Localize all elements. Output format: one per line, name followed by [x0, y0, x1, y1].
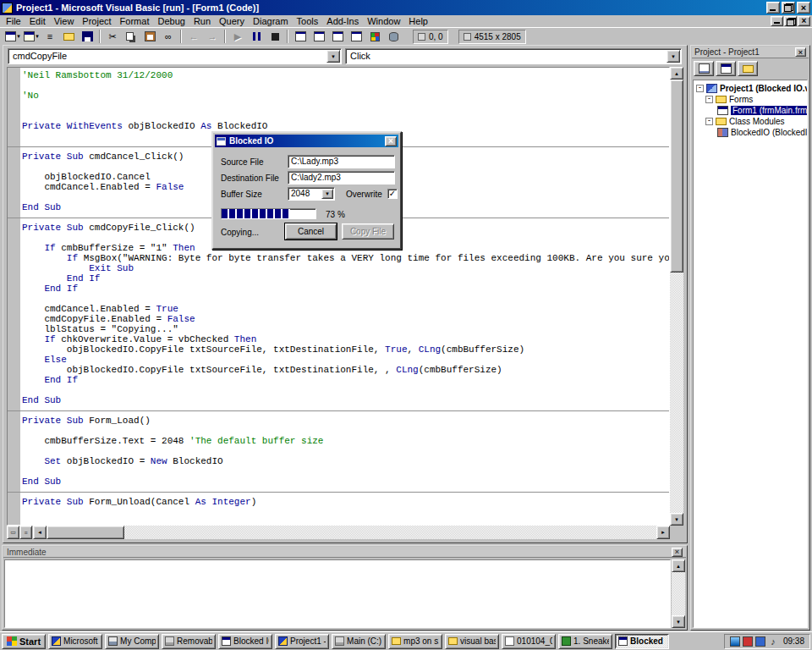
menu-run[interactable]: Run	[189, 15, 215, 27]
full-module-view-button[interactable]: ≡	[19, 526, 32, 539]
taskbar-button-label: Blocked IO ...	[233, 636, 269, 646]
immediate-close-button[interactable]: ×	[672, 548, 683, 557]
open-project-button[interactable]	[59, 28, 78, 45]
code-horizontal-scrollbar[interactable]: ◄ ►	[33, 526, 670, 539]
undo-button[interactable]: ←	[184, 28, 203, 45]
copy-button[interactable]	[122, 28, 140, 45]
cancel-button[interactable]: Cancel	[285, 223, 337, 240]
add-form-button[interactable]: ▾	[22, 28, 41, 45]
menu-tools[interactable]: Tools	[293, 15, 323, 27]
add-project-button[interactable]: ▾	[3, 28, 22, 45]
window-titlebar[interactable]: Project1 - Microsoft Visual Basic [run] …	[0, 0, 812, 15]
immediate-content[interactable]	[4, 559, 671, 628]
properties-window-button[interactable]	[310, 28, 328, 45]
chevron-down-icon[interactable]: ▼	[326, 50, 340, 63]
buffer-size-dropdown[interactable]: 2048 ▼	[288, 187, 335, 201]
source-file-input[interactable]: C:\Lady.mp3	[288, 155, 395, 168]
code-vertical-scrollbar[interactable]: ▲ ▼	[670, 67, 683, 526]
taskbar-button-010104-07[interactable]: 010104_07...	[502, 634, 556, 649]
project-explorer-close-button[interactable]: ×	[795, 47, 806, 57]
end-button[interactable]	[266, 28, 284, 45]
collapse-icon[interactable]: -	[705, 118, 713, 125]
destination-file-input[interactable]: C:\lady2.mp3	[288, 171, 395, 185]
menu-help[interactable]: Help	[404, 15, 432, 27]
immediate-titlebar[interactable]: Immediate ×	[3, 547, 686, 558]
collapse-icon[interactable]: -	[705, 96, 713, 103]
cut-button[interactable]: ✂	[103, 28, 122, 45]
view-object-button[interactable]	[716, 61, 736, 76]
scroll-down-icon[interactable]: ▼	[670, 513, 683, 526]
view-code-button[interactable]	[694, 61, 714, 76]
taskbar-button-main-c[interactable]: Main (C:)	[332, 634, 386, 649]
project-explorer-titlebar[interactable]: Project - Project1 ×	[692, 47, 809, 58]
overwrite-checkbox[interactable]: ✓	[387, 189, 398, 199]
scroll-down-icon[interactable]: ▼	[672, 615, 685, 628]
redo-button[interactable]: →	[203, 28, 222, 45]
menu-diagram[interactable]: Diagram	[249, 15, 293, 27]
scroll-right-icon[interactable]: ►	[656, 526, 670, 539]
taskbar-button-removable[interactable]: Removable ...	[162, 634, 216, 649]
form-layout-button[interactable]	[328, 28, 347, 45]
view-object-icon	[721, 63, 732, 74]
scroll-left-icon[interactable]: ◄	[33, 526, 47, 539]
procedure-dropdown[interactable]: Click ▼	[345, 48, 682, 64]
start-button[interactable]: ▶	[228, 28, 247, 45]
tree-item-project[interactable]: - Project1 (Blocked IO.vbp)	[694, 83, 807, 94]
tree-item-class-modules-folder[interactable]: - Class Modules	[694, 116, 807, 127]
menu-edit[interactable]: Edit	[25, 15, 50, 27]
save-project-button[interactable]	[78, 28, 96, 45]
dialog-close-button[interactable]: ×	[385, 136, 397, 146]
taskbar-button-blocked-io[interactable]: Blocked IO ...	[218, 634, 272, 649]
tree-item-blockedio[interactable]: BlockedIO (BlockedIO.c	[694, 127, 807, 138]
data-view-button[interactable]	[384, 28, 403, 45]
toggle-folders-button[interactable]	[738, 61, 758, 76]
restore-button[interactable]	[782, 2, 795, 14]
copy-file-button[interactable]: Copy File	[342, 223, 394, 240]
vertical-scroll-thumb[interactable]	[670, 80, 683, 273]
taskbar-button-project1[interactable]: Project1 - ...	[275, 634, 329, 649]
menu-format[interactable]: Format	[116, 15, 154, 27]
tree-item-form1[interactable]: Form1 (frmMain.frm)	[694, 105, 807, 116]
tree-item-forms-folder[interactable]: - Forms	[694, 94, 807, 105]
menu-debug[interactable]: Debug	[153, 15, 189, 27]
volume-icon[interactable]: ♪	[768, 636, 778, 647]
menu-editor-button[interactable]: ≡	[41, 28, 59, 45]
taskbar-button-my-computer[interactable]: My Computer	[105, 634, 159, 649]
menu-addins[interactable]: Add-Ins	[322, 15, 363, 27]
project-explorer-button[interactable]	[291, 28, 310, 45]
object-dropdown[interactable]: cmdCopyFile ▼	[8, 48, 342, 64]
menu-view[interactable]: View	[50, 15, 79, 27]
taskbar-button-visual-basic[interactable]: visual basic...	[445, 634, 499, 649]
object-browser-button[interactable]	[347, 28, 365, 45]
menu-file[interactable]: File	[2, 15, 25, 27]
scroll-up-icon[interactable]: ▲	[670, 67, 683, 80]
taskbar-button-blocked-io[interactable]: Blocked IO	[615, 634, 669, 649]
menu-window[interactable]: Window	[363, 15, 404, 27]
horizontal-scroll-thumb[interactable]	[47, 526, 124, 539]
mdi-minimize-button[interactable]	[771, 16, 783, 26]
break-button[interactable]	[247, 28, 266, 45]
menu-project[interactable]: Project	[78, 15, 115, 27]
collapse-icon[interactable]: -	[696, 85, 704, 92]
network-icon[interactable]	[755, 636, 765, 647]
minimize-button[interactable]	[766, 2, 780, 14]
immediate-scrollbar[interactable]: ▲ ▼	[672, 559, 685, 628]
procedure-view-button[interactable]: ▭	[7, 526, 19, 539]
taskbar-button-mp3-on-s1[interactable]: mp3 on s1	[388, 634, 442, 649]
schedule-icon[interactable]	[743, 636, 753, 647]
start-button[interactable]: Start	[2, 634, 46, 649]
paste-button[interactable]	[140, 28, 159, 45]
find-button[interactable]: ∞	[159, 28, 178, 45]
toolbox-button[interactable]	[365, 28, 384, 45]
taskbar-button-microsoft-vi[interactable]: Microsoft Vi...	[48, 634, 102, 649]
mdi-restore-button[interactable]	[784, 16, 797, 26]
chevron-down-icon[interactable]: ▼	[321, 189, 333, 199]
menu-query[interactable]: Query	[215, 15, 249, 27]
close-button[interactable]: ×	[797, 2, 810, 14]
mdi-close-button[interactable]: ×	[798, 16, 810, 26]
scroll-up-icon[interactable]: ▲	[672, 559, 685, 572]
dialog-titlebar[interactable]: Blocked IO ×	[215, 135, 398, 147]
display-icon[interactable]	[730, 636, 740, 647]
taskbar-button-1-sneaker[interactable]: 1. Sneaker ...	[558, 634, 612, 649]
chevron-down-icon[interactable]: ▼	[667, 50, 680, 63]
